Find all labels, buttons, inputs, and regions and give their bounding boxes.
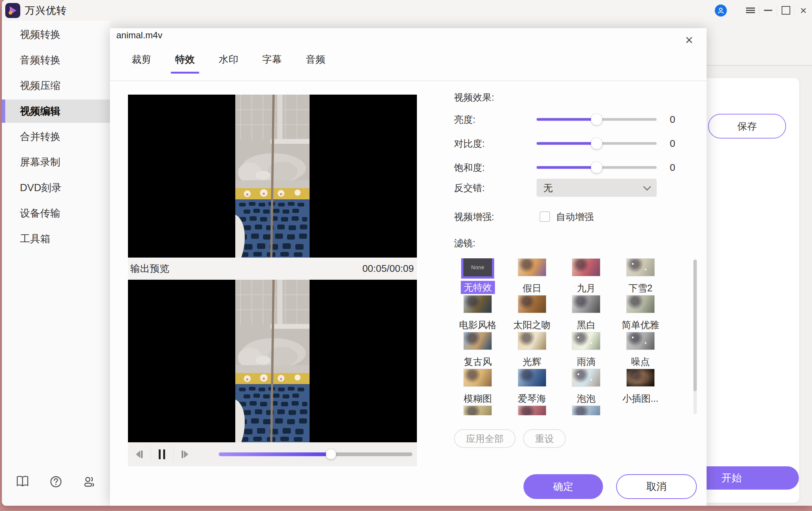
community-icon[interactable]: [83, 476, 96, 488]
slider-handle[interactable]: [591, 162, 602, 173]
pause-icon[interactable]: [151, 446, 173, 463]
filter-option[interactable]: None 无特效: [451, 258, 505, 295]
filter-option[interactable]: [505, 405, 559, 415]
dialog-tab[interactable]: 音频: [304, 53, 328, 74]
account-avatar[interactable]: [715, 5, 727, 17]
filter-option[interactable]: 电影风格: [451, 295, 505, 332]
filter-option[interactable]: 太阳之吻: [505, 295, 559, 332]
sidebar-item[interactable]: 屏幕录制: [2, 151, 110, 174]
filter-option[interactable]: 下雪2: [614, 258, 668, 295]
filter-option[interactable]: 模糊图: [451, 369, 505, 405]
guide-book-icon[interactable]: [16, 476, 29, 487]
filter-option[interactable]: 泡泡: [559, 369, 614, 405]
deinterlace-select[interactable]: 无: [537, 179, 657, 197]
video-frame: [128, 280, 417, 442]
sidebar-item-label: 音频转换: [20, 53, 60, 67]
filter-option[interactable]: 雨滴: [559, 332, 614, 369]
preview-info-row: 输出预览 00:05/00:09: [128, 258, 417, 280]
seek-handle[interactable]: [326, 449, 336, 460]
filter-thumbnail[interactable]: None: [463, 258, 492, 276]
previous-frame-icon[interactable]: [128, 446, 150, 463]
filter-option[interactable]: 复古风: [451, 332, 505, 369]
sidebar-item[interactable]: 工具箱: [2, 227, 110, 250]
scrollbar-thumb[interactable]: [693, 260, 697, 391]
cancel-button[interactable]: 取消: [616, 474, 697, 499]
filters-section-label: 滤镜:: [454, 237, 475, 249]
filter-thumbnail[interactable]: [626, 295, 655, 313]
sidebar-item[interactable]: 合并转换: [2, 125, 110, 148]
sidebar-item[interactable]: 视频压缩: [2, 74, 110, 97]
filter-thumbnail[interactable]: [626, 258, 655, 276]
filter-thumbnail[interactable]: [572, 405, 600, 415]
filter-thumbnail[interactable]: [572, 332, 600, 350]
filter-thumbnail[interactable]: [518, 405, 546, 415]
app-logo: [5, 3, 20, 18]
slider-handle[interactable]: [591, 138, 602, 149]
sidebar-item[interactable]: 视频编辑: [2, 99, 110, 123]
sidebar-nav: 视频转换 音频转换 视频压缩 视频编辑 合并转换 屏幕录制 DVD刻录 设备传输…: [2, 23, 110, 250]
effect-slider-row: 饱和度: 0: [454, 160, 707, 175]
desktop-background: 万兴优转 × 视频转换 音频转换 视频压缩: [0, 0, 812, 511]
app-window: 万兴优转 × 视频转换 音频转换 视频压缩: [2, 0, 812, 506]
next-frame-icon[interactable]: [174, 446, 196, 463]
dialog-tab[interactable]: 字幕: [260, 53, 284, 74]
filter-thumbnail[interactable]: [572, 295, 600, 313]
apply-all-button[interactable]: 应用全部: [454, 429, 516, 448]
filter-option[interactable]: 九月: [559, 258, 614, 295]
filter-thumbnail[interactable]: [518, 332, 546, 350]
filter-option[interactable]: 简单优雅: [614, 295, 668, 332]
dialog-tab[interactable]: 水印: [217, 53, 241, 74]
slider-track[interactable]: [537, 142, 657, 145]
slider-track[interactable]: [537, 166, 657, 169]
filter-thumbnail[interactable]: [572, 258, 600, 276]
filter-thumbnail[interactable]: [463, 332, 492, 350]
filter-thumbnail[interactable]: [626, 332, 655, 350]
filter-label: 九月: [577, 282, 595, 294]
seek-bar[interactable]: [219, 452, 412, 456]
filter-scrollbar[interactable]: [693, 259, 697, 414]
filter-thumbnail[interactable]: [463, 405, 492, 415]
save-button[interactable]: 保存: [708, 114, 786, 139]
filter-thumbnail[interactable]: [626, 369, 655, 387]
start-button[interactable]: 开始: [698, 466, 799, 490]
dialog-title: animal.m4v: [116, 30, 162, 41]
effect-slider-row: 对比度: 0: [454, 136, 707, 151]
filter-option[interactable]: 假日: [505, 258, 559, 295]
ok-button[interactable]: 确定: [523, 474, 603, 499]
sidebar-item[interactable]: DVD刻录: [2, 176, 110, 199]
sidebar-item-label: 屏幕录制: [20, 155, 60, 169]
filter-option[interactable]: 小插图...: [614, 369, 668, 405]
filter-option[interactable]: 光辉: [505, 332, 559, 369]
main-window-background: 保存 开始: [707, 21, 812, 506]
filter-label: 太阳之吻: [513, 319, 551, 331]
slider-track[interactable]: [537, 118, 657, 121]
close-window-icon[interactable]: ×: [795, 0, 812, 21]
maximize-icon[interactable]: [777, 0, 794, 21]
sidebar-item-label: DVD刻录: [20, 181, 62, 194]
dialog-tab[interactable]: 裁剪: [129, 53, 153, 74]
sidebar-item[interactable]: 设备传输: [2, 202, 110, 225]
filter-option[interactable]: 噪点: [614, 332, 668, 369]
slider-handle[interactable]: [591, 114, 602, 125]
filter-option[interactable]: [451, 405, 505, 415]
auto-enhance-checkbox[interactable]: [540, 211, 550, 222]
sidebar-item[interactable]: 视频转换: [2, 23, 110, 46]
filter-thumbnail[interactable]: [572, 369, 600, 387]
filter-thumbnail[interactable]: [518, 258, 546, 276]
source-video-preview: [128, 95, 417, 258]
filter-option[interactable]: 黑白: [559, 295, 614, 332]
sidebar-item-label: 视频转换: [20, 28, 60, 41]
filter-option[interactable]: 爱琴海: [505, 369, 559, 405]
filter-thumbnail[interactable]: [518, 295, 546, 313]
minimize-icon[interactable]: [759, 0, 777, 21]
sidebar-item[interactable]: 音频转换: [2, 48, 110, 72]
help-icon[interactable]: [50, 476, 62, 488]
dialog-tab[interactable]: 特效: [173, 53, 197, 74]
filter-thumbnail[interactable]: [463, 369, 492, 387]
menu-icon[interactable]: [742, 0, 759, 21]
auto-enhance-label: 自动增强: [556, 211, 594, 223]
filter-thumbnail[interactable]: [518, 369, 546, 387]
filter-option[interactable]: [559, 405, 614, 415]
filter-thumbnail[interactable]: [463, 295, 492, 313]
reset-button[interactable]: 重设: [523, 429, 566, 448]
